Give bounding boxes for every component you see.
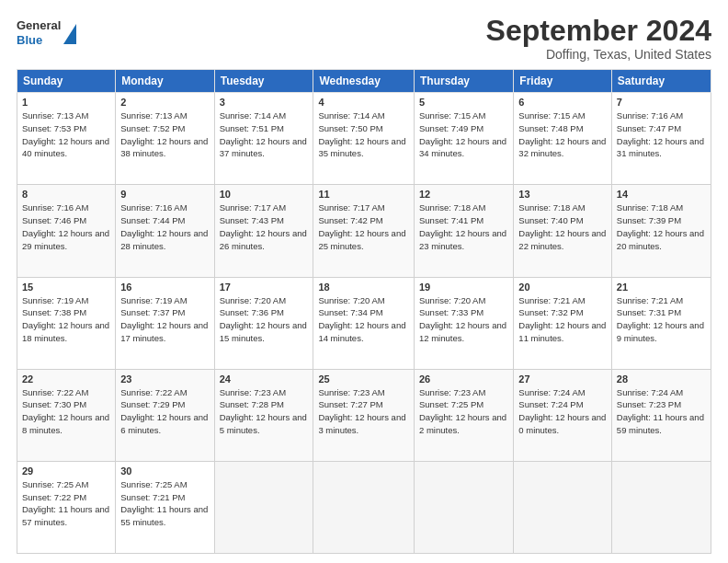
daylight-label: Daylight: 12 hours and 18 minutes. — [22, 320, 109, 343]
day-number: 23 — [120, 373, 209, 385]
day-info: Sunrise: 7:25 AM Sunset: 7:21 PM Dayligh… — [120, 478, 209, 529]
sunrise-label: Sunrise: 7:13 AM — [120, 110, 187, 121]
sunrise-label: Sunrise: 7:15 AM — [419, 110, 485, 121]
day-number: 4 — [318, 97, 409, 108]
day-info: Sunrise: 7:18 AM Sunset: 7:40 PM Dayligh… — [518, 201, 607, 252]
sunset-label: Sunset: 7:31 PM — [617, 307, 681, 317]
sunset-label: Sunset: 7:38 PM — [22, 307, 86, 317]
sunrise-label: Sunrise: 7:16 AM — [22, 202, 88, 213]
day-info: Sunrise: 7:14 AM Sunset: 7:50 PM Dayligh… — [318, 109, 409, 160]
day-info: Sunrise: 7:14 AM Sunset: 7:51 PM Dayligh… — [220, 109, 309, 160]
day-number: 24 — [220, 373, 309, 385]
day-info: Sunrise: 7:25 AM Sunset: 7:22 PM Dayligh… — [22, 478, 110, 529]
calendar-header-sunday: Sunday — [17, 70, 116, 93]
sunrise-label: Sunrise: 7:20 AM — [419, 295, 485, 305]
sunset-label: Sunset: 7:29 PM — [120, 399, 185, 409]
day-info: Sunrise: 7:23 AM Sunset: 7:25 PM Dayligh… — [419, 386, 508, 437]
day-number: 18 — [318, 282, 409, 293]
sunrise-label: Sunrise: 7:17 AM — [220, 202, 286, 213]
day-info: Sunrise: 7:20 AM Sunset: 7:33 PM Dayligh… — [419, 294, 508, 345]
daylight-label: Daylight: 12 hours and 8 minutes. — [22, 412, 109, 435]
day-number: 11 — [318, 189, 409, 200]
calendar-cell: 27 Sunrise: 7:24 AM Sunset: 7:24 PM Dayl… — [514, 369, 612, 461]
day-number: 5 — [419, 97, 508, 108]
daylight-label: Daylight: 12 hours and 12 minutes. — [419, 320, 506, 343]
sunset-label: Sunset: 7:28 PM — [220, 399, 284, 409]
day-info: Sunrise: 7:18 AM Sunset: 7:41 PM Dayligh… — [419, 201, 508, 252]
day-info: Sunrise: 7:23 AM Sunset: 7:28 PM Dayligh… — [220, 386, 309, 437]
sunset-label: Sunset: 7:27 PM — [318, 399, 382, 409]
day-number: 10 — [220, 189, 309, 200]
day-number: 25 — [318, 373, 409, 385]
calendar-header-friday: Friday — [514, 70, 612, 93]
daylight-label: Daylight: 12 hours and 14 minutes. — [318, 320, 405, 343]
calendar-cell: 13 Sunrise: 7:18 AM Sunset: 7:40 PM Dayl… — [514, 185, 612, 277]
sunrise-label: Sunrise: 7:18 AM — [518, 202, 585, 213]
sunrise-label: Sunrise: 7:22 AM — [22, 387, 88, 397]
day-info: Sunrise: 7:23 AM Sunset: 7:27 PM Dayligh… — [318, 386, 409, 437]
sunset-label: Sunset: 7:40 PM — [518, 215, 583, 225]
sunrise-label: Sunrise: 7:13 AM — [22, 110, 88, 121]
day-info: Sunrise: 7:16 AM Sunset: 7:46 PM Dayligh… — [22, 201, 110, 252]
day-number: 9 — [120, 189, 209, 200]
day-info: Sunrise: 7:16 AM Sunset: 7:47 PM Dayligh… — [617, 109, 706, 160]
calendar-cell: 29 Sunrise: 7:25 AM Sunset: 7:22 PM Dayl… — [17, 461, 116, 553]
day-number: 2 — [120, 97, 209, 108]
calendar-table: SundayMondayTuesdayWednesdayThursdayFrid… — [17, 69, 711, 554]
logo: General Blue — [17, 18, 76, 47]
day-number: 14 — [617, 189, 706, 200]
calendar-cell: 11 Sunrise: 7:17 AM Sunset: 7:42 PM Dayl… — [313, 185, 415, 277]
sunset-label: Sunset: 7:49 PM — [419, 123, 483, 133]
sunrise-label: Sunrise: 7:21 AM — [518, 295, 585, 305]
calendar-cell: 30 Sunrise: 7:25 AM Sunset: 7:21 PM Dayl… — [116, 461, 214, 553]
calendar-cell: 23 Sunrise: 7:22 AM Sunset: 7:29 PM Dayl… — [116, 369, 214, 461]
sunset-label: Sunset: 7:46 PM — [22, 215, 86, 225]
calendar-cell: 8 Sunrise: 7:16 AM Sunset: 7:46 PM Dayli… — [17, 185, 116, 277]
calendar-week-row: 15 Sunrise: 7:19 AM Sunset: 7:38 PM Dayl… — [17, 277, 711, 369]
day-number: 12 — [419, 189, 508, 200]
sunrise-label: Sunrise: 7:18 AM — [419, 202, 485, 213]
day-info: Sunrise: 7:13 AM Sunset: 7:53 PM Dayligh… — [22, 109, 110, 160]
daylight-label: Daylight: 12 hours and 40 minutes. — [22, 136, 109, 159]
daylight-label: Daylight: 12 hours and 29 minutes. — [22, 228, 109, 251]
day-number: 3 — [220, 97, 309, 108]
sunset-label: Sunset: 7:24 PM — [518, 399, 583, 409]
calendar-week-row: 29 Sunrise: 7:25 AM Sunset: 7:22 PM Dayl… — [17, 461, 711, 553]
day-info: Sunrise: 7:22 AM Sunset: 7:29 PM Dayligh… — [120, 386, 209, 437]
day-number: 19 — [419, 282, 508, 293]
calendar-subtitle: Doffing, Texas, United States — [486, 47, 711, 62]
sunset-label: Sunset: 7:53 PM — [22, 123, 86, 133]
day-number: 1 — [22, 97, 110, 108]
sunset-label: Sunset: 7:47 PM — [617, 123, 681, 133]
day-info: Sunrise: 7:22 AM Sunset: 7:30 PM Dayligh… — [22, 386, 110, 437]
sunrise-label: Sunrise: 7:24 AM — [518, 387, 585, 397]
day-number: 20 — [518, 282, 607, 293]
daylight-label: Daylight: 12 hours and 17 minutes. — [120, 320, 208, 343]
calendar-cell — [611, 461, 711, 553]
daylight-label: Daylight: 12 hours and 0 minutes. — [518, 412, 606, 435]
title-area: September 2024 Doffing, Texas, United St… — [486, 15, 711, 62]
calendar-week-row: 8 Sunrise: 7:16 AM Sunset: 7:46 PM Dayli… — [17, 185, 711, 277]
calendar-title: September 2024 — [486, 15, 711, 47]
daylight-label: Daylight: 12 hours and 20 minutes. — [617, 228, 704, 251]
sunrise-label: Sunrise: 7:14 AM — [220, 110, 286, 121]
sunrise-label: Sunrise: 7:20 AM — [220, 295, 286, 305]
day-info: Sunrise: 7:17 AM Sunset: 7:43 PM Dayligh… — [220, 201, 309, 252]
day-info: Sunrise: 7:17 AM Sunset: 7:42 PM Dayligh… — [318, 201, 409, 252]
daylight-label: Daylight: 12 hours and 22 minutes. — [518, 228, 606, 251]
sunrise-label: Sunrise: 7:15 AM — [518, 110, 585, 121]
calendar-cell: 16 Sunrise: 7:19 AM Sunset: 7:37 PM Dayl… — [116, 277, 214, 369]
day-number: 13 — [518, 189, 607, 200]
sunset-label: Sunset: 7:34 PM — [318, 307, 382, 317]
sunset-label: Sunset: 7:44 PM — [120, 215, 185, 225]
daylight-label: Daylight: 12 hours and 31 minutes. — [617, 136, 704, 159]
day-info: Sunrise: 7:24 AM Sunset: 7:23 PM Dayligh… — [617, 386, 706, 437]
sunrise-label: Sunrise: 7:24 AM — [617, 387, 683, 397]
day-number: 17 — [220, 282, 309, 293]
day-info: Sunrise: 7:15 AM Sunset: 7:49 PM Dayligh… — [419, 109, 508, 160]
calendar-cell: 3 Sunrise: 7:14 AM Sunset: 7:51 PM Dayli… — [214, 93, 313, 185]
day-number: 27 — [518, 373, 607, 385]
sunset-label: Sunset: 7:23 PM — [617, 399, 681, 409]
calendar-cell: 18 Sunrise: 7:20 AM Sunset: 7:34 PM Dayl… — [313, 277, 415, 369]
day-number: 30 — [120, 465, 209, 477]
